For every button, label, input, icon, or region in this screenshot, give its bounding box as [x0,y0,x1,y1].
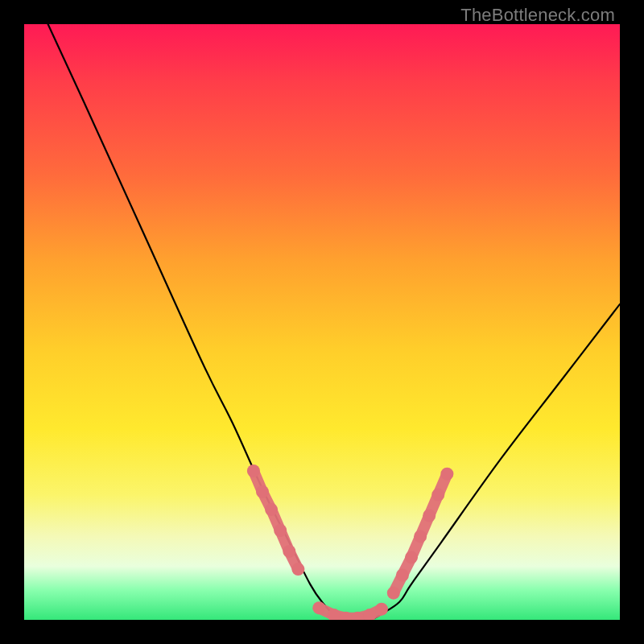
left-slope-dots-dot [291,563,304,576]
right-slope-dots-dot [440,468,453,481]
right-slope-dots-dot [387,587,400,600]
right-slope-dots-dot [414,530,427,543]
right-slope-dots-dot [431,489,444,502]
left-slope-dots-dot [256,485,269,498]
bottleneck-curve [48,24,620,620]
valley-dots-dot [375,603,388,616]
valley-dots-dot [312,601,325,614]
left-slope-dots-dot [265,503,278,516]
right-slope-dots-dot [423,510,436,522]
chart-container: TheBottleneck.com [0,0,644,644]
plot-area [24,24,620,620]
curve-layer [24,24,620,620]
marker-dots [247,464,454,620]
left-slope-dots-dot [247,464,260,477]
watermark-text: TheBottleneck.com [460,5,615,26]
right-slope-dots-dot [396,569,409,582]
left-slope-dots-dot [283,545,295,558]
left-slope-dots-dot [274,524,287,537]
right-slope-dots-dot [405,551,418,564]
